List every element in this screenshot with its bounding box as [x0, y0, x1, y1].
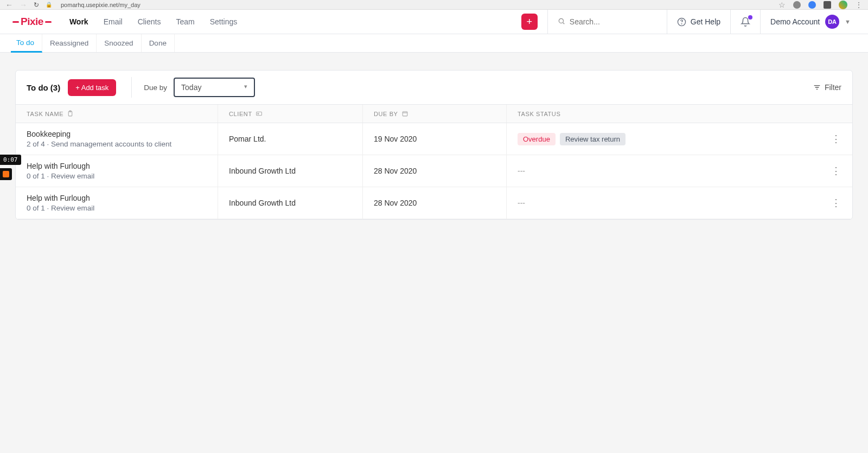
column-task-name[interactable]: TASK NAME [16, 105, 218, 123]
cell-status: Overdue Review tax return [506, 123, 820, 155]
brand-logo[interactable]: Pixie [11, 16, 53, 28]
svg-rect-11 [403, 112, 407, 116]
logo-dash-icon [45, 21, 52, 23]
table-header: TASK NAME CLIENT DUE BY TASK STATUS [16, 104, 852, 123]
lock-icon: 🔒 [46, 2, 52, 8]
column-actions [825, 105, 852, 123]
table-row[interactable]: Help with Furlough 0 of 1 · Review email… [16, 155, 852, 187]
task-subtitle: 0 of 1 · Review email [27, 204, 207, 212]
todo-panel: To do (3) + Add task Due by Today Filter… [15, 70, 853, 220]
column-task-status[interactable]: TASK STATUS [506, 105, 825, 123]
filter-button[interactable]: Filter [813, 83, 841, 92]
id-card-icon [256, 110, 263, 117]
due-by-group: Due by Today [131, 77, 255, 98]
svg-point-10 [258, 113, 259, 114]
notifications-button[interactable] [730, 10, 760, 34]
search-icon [558, 17, 565, 27]
notification-dot-icon [748, 15, 752, 20]
add-task-button[interactable]: + Add task [68, 79, 116, 96]
task-title: Help with Furlough [27, 194, 207, 202]
row-actions-button[interactable]: ⋮ [820, 155, 852, 187]
main-nav: Work Email Clients Team Settings [69, 17, 237, 26]
tab-done[interactable]: Done [142, 34, 175, 52]
plus-icon: + [527, 16, 533, 28]
recording-stop-button[interactable] [0, 168, 12, 180]
extension-icon[interactable] [793, 1, 801, 9]
filter-icon [813, 83, 821, 92]
browser-chrome: ← → ↻ 🔒 pomarhq.usepixie.net/my_day ☆ ⋮ [0, 0, 868, 10]
column-due-by[interactable]: DUE BY [362, 105, 506, 123]
cell-status: --- [506, 187, 820, 219]
cell-client: Pomar Ltd. [218, 123, 362, 155]
cell-client: Inbound Growth Ltd [218, 155, 362, 187]
column-client[interactable]: CLIENT [218, 105, 362, 123]
url-text: pomarhq.usepixie.net/my_day [61, 2, 141, 8]
account-menu[interactable]: Demo Account DA ▼ [760, 10, 857, 34]
reload-icon[interactable]: ↻ [34, 1, 39, 9]
due-by-label: Due by [144, 84, 167, 92]
search-input[interactable] [570, 17, 657, 26]
table-row[interactable]: Bookkeeping 2 of 4 · Send management acc… [16, 123, 852, 155]
panel-title: To do (3) [27, 83, 60, 92]
browser-menu-icon[interactable]: ⋮ [855, 1, 863, 9]
nav-clients[interactable]: Clients [138, 17, 161, 26]
cell-due: 28 Nov 2020 [362, 155, 506, 187]
create-button[interactable]: + [521, 14, 538, 30]
nav-work[interactable]: Work [69, 17, 88, 26]
nav-team[interactable]: Team [176, 17, 194, 26]
calendar-icon [401, 110, 409, 117]
tab-todo[interactable]: To do [11, 34, 42, 53]
nav-email[interactable]: Email [104, 17, 123, 26]
get-help-button[interactable]: Get Help [667, 10, 730, 34]
cell-due: 19 Nov 2020 [362, 123, 506, 155]
cell-status: --- [506, 155, 820, 187]
extensions-menu-icon[interactable] [824, 1, 831, 9]
browser-profile-avatar[interactable] [839, 1, 847, 9]
logo-dash-icon [12, 21, 19, 23]
bookmark-star-icon[interactable]: ☆ [778, 1, 786, 9]
cell-task: Help with Furlough 0 of 1 · Review email [16, 155, 218, 187]
due-by-select[interactable]: Today [174, 78, 255, 97]
main-content: To do (3) + Add task Due by Today Filter… [0, 53, 868, 237]
nav-settings[interactable]: Settings [210, 17, 238, 26]
chevron-down-icon: ▼ [845, 18, 851, 25]
back-icon[interactable]: ← [5, 1, 13, 9]
cell-task: Bookkeeping 2 of 4 · Send management acc… [16, 123, 218, 155]
forward-icon: → [20, 1, 27, 9]
brand-name: Pixie [21, 16, 43, 28]
task-subtitle: 2 of 4 · Send management accounts to cli… [27, 140, 207, 148]
cell-due: 28 Nov 2020 [362, 187, 506, 219]
get-help-label: Get Help [691, 17, 720, 26]
status-badge-overdue: Overdue [518, 133, 556, 145]
row-actions-button[interactable]: ⋮ [820, 123, 852, 155]
due-by-selected-value: Today [181, 83, 201, 92]
status-badge-review: Review tax return [560, 133, 626, 145]
svg-point-3 [681, 23, 682, 24]
table-row[interactable]: Help with Furlough 0 of 1 · Review email… [16, 187, 852, 219]
search-container[interactable] [547, 10, 667, 34]
svg-line-1 [563, 22, 564, 24]
cell-client: Inbound Growth Ltd [218, 187, 362, 219]
panel-header: To do (3) + Add task Due by Today Filter [16, 71, 852, 104]
svg-point-0 [559, 18, 563, 23]
tab-snoozed[interactable]: Snoozed [97, 34, 141, 52]
app-header: Pixie Work Email Clients Team Settings +… [0, 10, 868, 34]
extension-icon[interactable] [808, 1, 816, 9]
task-title: Help with Furlough [27, 162, 207, 170]
task-subtitle: 0 of 1 · Review email [27, 172, 207, 180]
filter-label: Filter [825, 83, 841, 92]
recording-timer[interactable]: 0:07 [0, 155, 21, 165]
question-circle-icon [677, 17, 686, 27]
clipboard-icon [67, 110, 74, 117]
task-title: Bookkeeping [27, 130, 207, 138]
tab-reassigned[interactable]: Reassigned [42, 34, 97, 52]
work-subnav: To do Reassigned Snoozed Done [0, 34, 868, 53]
row-actions-button[interactable]: ⋮ [820, 187, 852, 219]
account-avatar: DA [825, 15, 839, 29]
cell-task: Help with Furlough 0 of 1 · Review email [16, 187, 218, 219]
account-name: Demo Account [770, 17, 820, 26]
